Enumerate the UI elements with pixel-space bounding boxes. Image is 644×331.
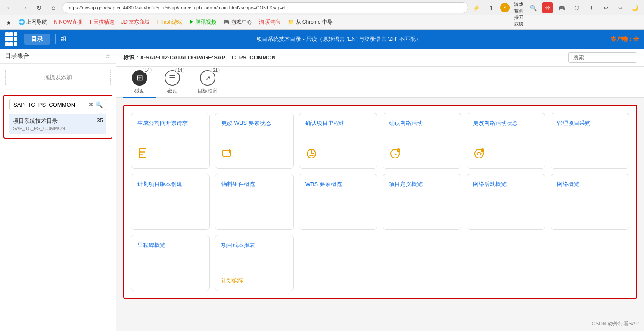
grid-dot: [9, 32, 13, 36]
star-icon: ★: [6, 19, 12, 26]
card-milestone-overview[interactable]: 里程碑概览: [131, 235, 210, 291]
card-title: WBS 要素概览: [305, 180, 371, 188]
tab-label-3: 目标映射: [197, 87, 218, 95]
lightning-icon[interactable]: ⚡: [471, 2, 482, 13]
bookmark-tencent[interactable]: ▶ 腾讯视频: [187, 18, 219, 27]
top-bar: 目录 组 项目系统技术目录 - 只读（原始语言 'EN' 与登录语言 'ZH' …: [0, 30, 644, 49]
tab-tile-grid[interactable]: ⊞ 14 磁贴: [123, 67, 156, 98]
extra-icon[interactable]: ⬡: [571, 2, 582, 13]
bookmark-jd[interactable]: JD 京东商城: [118, 18, 152, 27]
tab-badge-1: 14: [143, 68, 152, 73]
drag-area[interactable]: 拖拽以添加: [5, 69, 111, 86]
pin-icon[interactable]: ☆: [105, 53, 111, 59]
card-title: 更改 WBS 要素状态: [221, 119, 287, 127]
reload-button[interactable]: ↻: [33, 2, 45, 14]
bookmark-jd-label: JD 京东商城: [121, 19, 149, 26]
undo-icon[interactable]: ↩: [600, 2, 611, 13]
card-title: 生成公司间开票请求: [137, 119, 203, 127]
content-search-input[interactable]: [568, 52, 637, 63]
tab-tile-list[interactable]: ☰ 14 磁贴: [156, 67, 189, 97]
cards-outer-border: 生成公司间开票请求 更改 WBS 要素: [123, 105, 637, 299]
card-project-definition[interactable]: 项目定义概览: [383, 174, 461, 230]
bookmark-flash[interactable]: F flash游戏: [154, 18, 185, 27]
result-title: 项目系统技术目录: [13, 117, 65, 125]
tab-label-1: 磁贴: [134, 87, 145, 95]
card-title: 计划项目版本创建: [137, 180, 203, 188]
browser-icons: ⚡ ⬆ S 男孩沉迷游戏被训持刀威胁 🔍 译 🎮 ⬡ ⬇ ↩ ↪ 🌙: [471, 2, 641, 13]
bookmark-tencent-label: ▶ 腾讯视频: [189, 19, 216, 26]
group-label[interactable]: 组: [61, 35, 67, 43]
card-generate-invoice[interactable]: 生成公司间开票请求: [131, 113, 210, 169]
bookmark-tmall[interactable]: T 天猫精选: [87, 18, 117, 27]
card-icon: [473, 148, 539, 162]
search-button[interactable]: 🔍: [95, 101, 103, 108]
game-icon[interactable]: 🎮: [556, 2, 567, 13]
card-manage-procurement[interactable]: 管理项目采购: [551, 113, 629, 169]
browser-toolbar: ← → ↻ ⌂ https://mysap.goodsap.cn:44300/s…: [0, 0, 644, 15]
user-label[interactable]: 男孩沉迷游戏被训持刀威胁: [513, 2, 524, 13]
bookmark-taobao[interactable]: 淘 爱淘宝: [256, 18, 283, 27]
card-title: 项目定义概览: [389, 180, 455, 188]
card-title: 物料组件概览: [221, 180, 287, 188]
watermark: CSDN @外行看SAP: [591, 320, 639, 328]
result-subtitle: SAP_TC_PS_COMMON: [13, 126, 65, 131]
breadcrumb-bar: 标识：X-SAP-UI2-CATALOGPAGE:SAP_TC_PS_COMMO…: [116, 49, 644, 67]
bookmark-navigation-label: 🌐 上网导航: [19, 19, 47, 26]
card-network-activity-overview[interactable]: 网络活动概览: [467, 174, 545, 230]
grid-dot: [14, 42, 17, 46]
card-confirm-network[interactable]: 确认网络活动 ✓: [383, 113, 461, 169]
redo-icon[interactable]: ↪: [615, 2, 626, 13]
card-title: 确认网络活动: [389, 119, 455, 127]
tab-target-mapping[interactable]: ↗ 21 目标映射: [189, 67, 227, 97]
svg-text:✓: ✓: [398, 149, 400, 152]
catalog-search-input[interactable]: [13, 102, 87, 108]
card-material-overview[interactable]: 物料组件概览: [215, 174, 294, 230]
result-info: 项目系统技术目录 SAP_TC_PS_COMMON: [13, 117, 65, 131]
card-title: 确认项目里程碑: [305, 119, 371, 127]
bookmark-chrome-import[interactable]: 📁 从 Chrome 中导: [285, 18, 335, 27]
card-icon: [305, 148, 371, 162]
card-title: 网络概览: [557, 180, 623, 188]
card-network-overview[interactable]: 网络概览: [551, 174, 629, 230]
forward-button[interactable]: →: [18, 2, 30, 14]
card-icon: [137, 148, 203, 162]
search-result-item[interactable]: 项目系统技术目录 SAP_TC_PS_COMMON 35: [9, 114, 106, 134]
separator: [55, 34, 56, 44]
client-label: 客户端：全: [611, 35, 639, 43]
grid-dot: [5, 42, 9, 46]
back-button[interactable]: ←: [3, 2, 16, 14]
profile-icon[interactable]: S: [500, 3, 510, 12]
address-bar[interactable]: https://mysap.goodsap.cn:44300/sap/bc/ui…: [62, 2, 468, 13]
svg-rect-0: [139, 149, 146, 158]
sidebar-title: 目录集合: [5, 52, 29, 60]
grid-dot: [9, 42, 13, 46]
grid-dot: [9, 37, 13, 41]
sidebar: 目录集合 ☆ 拖拽以添加 ✖ 🔍 项目系统技术目录 SAP_TC_PS_COMM…: [0, 49, 116, 331]
bookmark-now[interactable]: N NOW直播: [51, 18, 84, 27]
breadcrumb-text: 标识：X-SAP-UI2-CATALOGPAGE:SAP_TC_PS_COMMO…: [123, 54, 276, 62]
download-icon[interactable]: ⬇: [585, 2, 597, 13]
catalog-title[interactable]: 目录: [24, 34, 50, 45]
card-change-wbs-status[interactable]: 更改 WBS 要素状态: [215, 113, 294, 169]
card-icon: [221, 148, 287, 162]
bookmark-navigation[interactable]: 🌐 上网导航: [16, 18, 50, 27]
grid-dot: [5, 37, 9, 41]
card-change-network-status[interactable]: 更改网络活动状态: [467, 113, 545, 169]
search-browser-icon[interactable]: 🔍: [528, 2, 539, 13]
card-plan-version[interactable]: 计划项目版本创建: [131, 174, 210, 230]
translate-icon[interactable]: 译: [542, 2, 553, 13]
bookmark-star[interactable]: ★: [3, 18, 14, 27]
home-button[interactable]: ⌂: [47, 2, 59, 14]
bookmark-games[interactable]: 🎮 游戏中心: [221, 18, 254, 27]
card-confirm-milestone[interactable]: 确认项目里程碑: [299, 113, 378, 169]
svg-point-11: [481, 148, 484, 152]
card-title: 网络活动概览: [473, 180, 539, 188]
bookmark-games-label: 🎮 游戏中心: [223, 19, 252, 26]
search-input-row: ✖ 🔍: [9, 99, 106, 110]
card-project-cost[interactable]: 项目成本报表 计划/实际: [215, 235, 294, 291]
nightmode-icon[interactable]: 🌙: [629, 2, 641, 13]
share-icon[interactable]: ⬆: [485, 2, 497, 13]
app-grid-icon[interactable]: [5, 32, 19, 46]
clear-button[interactable]: ✖: [88, 101, 93, 108]
card-wbs-overview[interactable]: WBS 要素概览: [299, 174, 378, 230]
